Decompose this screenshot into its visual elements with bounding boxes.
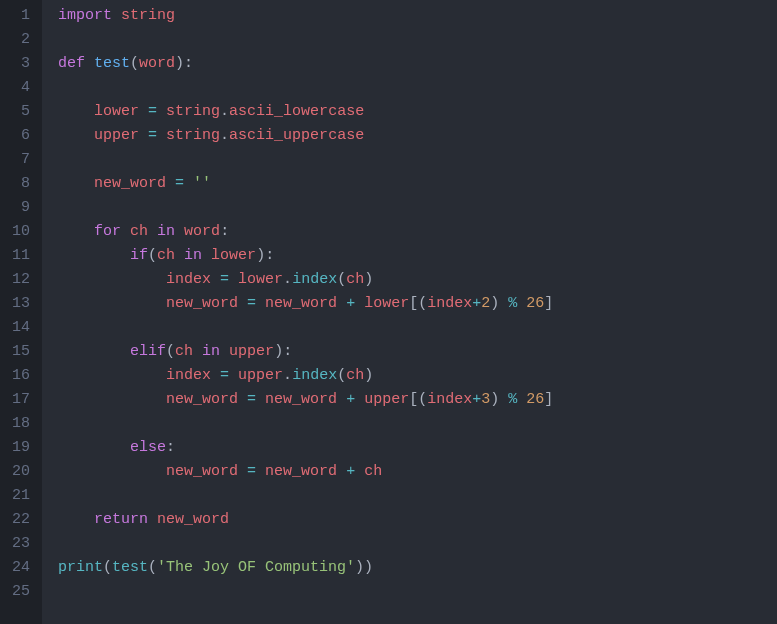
line-number: 20 <box>8 460 30 484</box>
code-token <box>58 271 166 288</box>
code-token <box>58 463 166 480</box>
code-token <box>229 271 238 288</box>
line-number: 25 <box>8 580 30 604</box>
code-token: index <box>427 295 472 312</box>
code-token: index <box>166 367 211 384</box>
code-line[interactable]: new_word = new_word + ch <box>58 460 777 484</box>
code-line[interactable]: new_word = new_word + lower[(index+2) % … <box>58 292 777 316</box>
code-token: elif <box>130 343 166 360</box>
code-token: in <box>184 247 202 264</box>
code-token <box>175 223 184 240</box>
code-token: = <box>175 175 184 192</box>
code-line[interactable] <box>58 412 777 436</box>
code-token: new_word <box>265 463 337 480</box>
code-token <box>58 127 94 144</box>
code-line[interactable]: lower = string.ascii_lowercase <box>58 100 777 124</box>
code-token: 26 <box>526 391 544 408</box>
code-token <box>148 223 157 240</box>
code-token <box>58 103 94 120</box>
line-number: 21 <box>8 484 30 508</box>
code-line[interactable] <box>58 76 777 100</box>
code-token: upper <box>364 391 409 408</box>
code-line[interactable] <box>58 28 777 52</box>
code-line[interactable] <box>58 148 777 172</box>
code-line[interactable] <box>58 196 777 220</box>
code-token: in <box>202 343 220 360</box>
code-token: = <box>148 127 157 144</box>
code-token: )) <box>355 559 373 576</box>
code-token: new_word <box>166 295 238 312</box>
code-token: [( <box>409 391 427 408</box>
code-token <box>58 175 94 192</box>
code-line[interactable] <box>58 484 777 508</box>
code-token: lower <box>94 103 139 120</box>
line-number: 5 <box>8 100 30 124</box>
code-token: ( <box>148 247 157 264</box>
line-number: 19 <box>8 436 30 460</box>
code-token <box>517 391 526 408</box>
code-token: return <box>94 511 148 528</box>
line-number: 15 <box>8 340 30 364</box>
code-line[interactable]: index = upper.index(ch) <box>58 364 777 388</box>
code-token: new_word <box>265 391 337 408</box>
code-line[interactable]: new_word = new_word + upper[(index+3) % … <box>58 388 777 412</box>
code-line[interactable]: upper = string.ascii_uppercase <box>58 124 777 148</box>
code-line[interactable] <box>58 316 777 340</box>
code-line[interactable]: print(test('The Joy OF Computing')) <box>58 556 777 580</box>
code-token: upper <box>94 127 139 144</box>
code-token <box>139 127 148 144</box>
code-token <box>211 271 220 288</box>
code-token: print <box>58 559 103 576</box>
code-token: ch <box>157 247 175 264</box>
code-token <box>175 247 184 264</box>
code-line[interactable]: elif(ch in upper): <box>58 340 777 364</box>
code-line[interactable]: if(ch in lower): <box>58 244 777 268</box>
code-line[interactable]: def test(word): <box>58 52 777 76</box>
code-line[interactable]: for ch in word: <box>58 220 777 244</box>
code-token: index <box>427 391 472 408</box>
code-token: lower <box>238 271 283 288</box>
code-token <box>58 295 166 312</box>
code-token: new_word <box>265 295 337 312</box>
code-token <box>58 391 166 408</box>
code-line[interactable]: return new_word <box>58 508 777 532</box>
code-line[interactable]: import string <box>58 4 777 28</box>
code-token <box>337 391 346 408</box>
code-token: = <box>220 271 229 288</box>
code-token: ) <box>364 367 373 384</box>
code-token <box>58 223 94 240</box>
code-line[interactable]: index = lower.index(ch) <box>58 268 777 292</box>
code-token: new_word <box>94 175 166 192</box>
code-token: = <box>148 103 157 120</box>
code-token: 2 <box>481 295 490 312</box>
line-number: 16 <box>8 364 30 388</box>
code-token: index <box>292 271 337 288</box>
code-token <box>184 175 193 192</box>
code-token: [( <box>409 295 427 312</box>
code-token <box>211 367 220 384</box>
code-token: ( <box>130 55 139 72</box>
code-token: ): <box>274 343 292 360</box>
code-line[interactable]: new_word = '' <box>58 172 777 196</box>
code-line[interactable]: else: <box>58 436 777 460</box>
code-token: = <box>247 463 256 480</box>
code-line[interactable] <box>58 580 777 604</box>
code-token: ch <box>175 343 193 360</box>
code-token <box>58 343 130 360</box>
code-token: '' <box>193 175 211 192</box>
code-token: index <box>166 271 211 288</box>
code-token <box>166 175 175 192</box>
code-line[interactable] <box>58 532 777 556</box>
code-token <box>139 103 148 120</box>
code-token: ): <box>175 55 193 72</box>
code-area[interactable]: import stringdef test(word): lower = str… <box>42 0 777 624</box>
code-token: if <box>130 247 148 264</box>
code-token: ch <box>364 463 382 480</box>
code-token: % <box>508 295 517 312</box>
code-token: ): <box>256 247 274 264</box>
line-number: 2 <box>8 28 30 52</box>
code-token: ( <box>337 367 346 384</box>
line-number: 14 <box>8 316 30 340</box>
code-editor[interactable]: 1234567891011121314151617181920212223242… <box>0 0 777 624</box>
line-number: 17 <box>8 388 30 412</box>
